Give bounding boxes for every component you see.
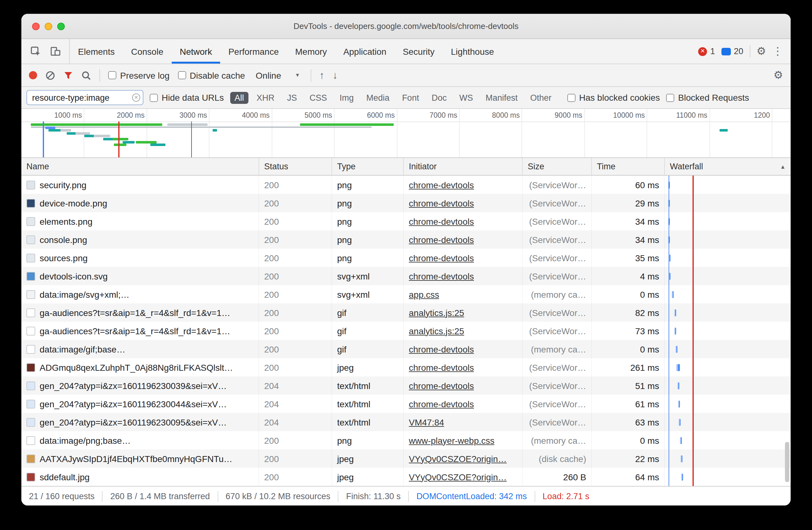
minimize-button[interactable] — [45, 23, 52, 30]
type-filter-manifest[interactable]: Manifest — [481, 92, 522, 103]
request-size: (ServiceWor… — [523, 303, 592, 322]
network-request-row[interactable]: data:image/png;base… 200 png www-player-… — [21, 431, 791, 449]
record-button[interactable] — [29, 71, 37, 79]
settings-gear-icon[interactable]: ⚙ — [757, 46, 766, 57]
initiator-link[interactable]: chrome-devtools — [409, 253, 474, 263]
network-request-row[interactable]: ga-audiences?t=sr&aip=1&_r=4&slf_rd=1&v=… — [21, 303, 791, 322]
checkbox[interactable] — [666, 94, 674, 102]
has-blocked-cookies-checkbox[interactable]: Has blocked cookies — [567, 93, 660, 102]
initiator-link[interactable]: www-player-webp.css — [409, 435, 494, 445]
initiator-link[interactable]: chrome-devtools — [409, 362, 474, 372]
clear-filter-icon[interactable]: ✕ — [132, 94, 140, 102]
waterfall-cell — [665, 176, 791, 194]
more-options-kebab-icon[interactable]: ⋮ — [772, 46, 783, 57]
inspect-element-icon[interactable] — [26, 42, 44, 60]
initiator-link[interactable]: chrome-devtools — [409, 271, 474, 281]
zoom-button[interactable] — [57, 23, 65, 30]
clear-icon[interactable] — [45, 70, 55, 80]
tab-application[interactable]: Application — [335, 39, 395, 64]
network-request-row[interactable]: ga-audiences?t=sr&aip=1&_r=4&slf_rd=1&v=… — [21, 322, 791, 340]
filter-funnel-icon[interactable] — [63, 71, 73, 80]
type-filter-doc[interactable]: Doc — [427, 92, 451, 103]
file-thumbnail-icon — [26, 454, 35, 463]
type-filter-other[interactable]: Other — [526, 92, 556, 103]
network-request-row[interactable]: gen_204?atyp=i&zx=1601196230044&sei=xV… … — [21, 395, 791, 413]
throttling-select[interactable]: Online ▼ — [253, 69, 303, 82]
initiator-link[interactable]: VYyQv0CSZOE?origin… — [409, 454, 507, 464]
type-filter-img[interactable]: Img — [335, 92, 358, 103]
network-request-row[interactable]: data:image/svg+xml;… 200 svg+xml app.css… — [21, 285, 791, 303]
network-overview-timeline[interactable]: 1000 ms2000 ms3000 ms4000 ms5000 ms6000 … — [21, 109, 791, 158]
initiator-link[interactable]: analytics.js:25 — [409, 307, 464, 318]
checkbox[interactable] — [150, 94, 158, 102]
tab-security[interactable]: Security — [395, 39, 443, 64]
column-header-size[interactable]: Size — [523, 158, 592, 175]
type-filter-font[interactable]: Font — [397, 92, 423, 103]
network-request-row[interactable]: console.png 200 png chrome-devtools (Ser… — [21, 231, 791, 249]
type-filter-media[interactable]: Media — [362, 92, 394, 103]
request-name: devtools-icon.svg — [40, 271, 107, 281]
export-har-icon[interactable]: ↓ — [333, 70, 338, 80]
close-button[interactable] — [32, 23, 40, 30]
checkbox[interactable] — [178, 71, 186, 79]
initiator-link[interactable]: chrome-devtools — [409, 344, 474, 354]
network-request-row[interactable]: security.png 200 png chrome-devtools (Se… — [21, 176, 791, 194]
tab-console[interactable]: Console — [123, 39, 172, 64]
initiator-link[interactable]: chrome-devtools — [409, 198, 474, 208]
initiator-link[interactable]: VYyQv0CSZOE?origin… — [409, 472, 507, 482]
preserve-log-checkbox[interactable]: Preserve log — [108, 70, 170, 80]
vertical-scrollbar[interactable] — [785, 442, 789, 482]
search-icon[interactable] — [81, 70, 91, 80]
network-request-row[interactable]: AATXAJywSIpD1jf4EbqHXTfbe0mnyHqGFNTu… 20… — [21, 449, 791, 468]
network-request-row[interactable]: ADGmqu8qexLZuhphT_0Aj88Ng8riLFKASQlslt… … — [21, 358, 791, 376]
tab-memory[interactable]: Memory — [287, 39, 335, 64]
checkbox[interactable] — [567, 94, 576, 102]
column-header-waterfall[interactable]: Waterfall ▲ — [665, 158, 791, 175]
tab-elements[interactable]: Elements — [70, 39, 123, 64]
network-request-row[interactable]: gen_204?atyp=i&zx=1601196230039&sei=xV… … — [21, 376, 791, 395]
initiator-link[interactable]: analytics.js:25 — [409, 326, 464, 336]
initiator-link[interactable]: app.css — [409, 289, 439, 299]
network-settings-gear-icon[interactable]: ⚙ — [774, 70, 783, 81]
checkbox[interactable] — [108, 71, 116, 79]
column-header-time[interactable]: Time — [592, 158, 665, 175]
type-filter-all[interactable]: All — [230, 92, 248, 103]
initiator-link[interactable]: chrome-devtools — [409, 399, 474, 409]
overview-request-bar — [31, 123, 162, 126]
initiator-link[interactable]: chrome-devtools — [409, 235, 474, 245]
import-har-icon[interactable]: ↑ — [320, 70, 324, 80]
hide-data-urls-checkbox[interactable]: Hide data URLs — [150, 93, 224, 102]
type-filter-css[interactable]: CSS — [305, 92, 332, 103]
tab-performance[interactable]: Performance — [220, 39, 287, 64]
network-request-row[interactable]: device-mode.png 200 png chrome-devtools … — [21, 194, 791, 212]
request-status: 200 — [259, 176, 332, 194]
network-request-row[interactable]: elements.png 200 png chrome-devtools (Se… — [21, 212, 791, 231]
network-request-row[interactable]: sddefault.jpg 200 jpeg VYyQv0CSZOE?origi… — [21, 468, 791, 486]
error-badge[interactable]: ✕ 1 — [698, 46, 715, 56]
initiator-link[interactable]: chrome-devtools — [409, 216, 474, 226]
filter-input[interactable] — [26, 90, 143, 105]
column-header-name[interactable]: Name — [21, 158, 259, 175]
issues-badge[interactable]: 20 — [721, 46, 743, 56]
column-header-type[interactable]: Type — [332, 158, 404, 175]
tab-lighthouse[interactable]: Lighthouse — [443, 39, 502, 64]
request-name: data:image/svg+xml;… — [40, 289, 130, 299]
tab-network[interactable]: Network — [171, 39, 220, 64]
request-time: 73 ms — [592, 322, 665, 340]
initiator-link[interactable]: chrome-devtools — [409, 180, 474, 190]
column-header-initiator[interactable]: Initiator — [404, 158, 523, 175]
blocked-requests-checkbox[interactable]: Blocked Requests — [666, 93, 749, 102]
disable-cache-checkbox[interactable]: Disable cache — [178, 70, 245, 80]
type-filter-js[interactable]: JS — [283, 92, 302, 103]
network-request-row[interactable]: data:image/gif;base… 200 gif chrome-devt… — [21, 340, 791, 358]
type-filter-ws[interactable]: WS — [455, 92, 477, 103]
network-request-row[interactable]: devtools-icon.svg 200 svg+xml chrome-dev… — [21, 267, 791, 285]
network-request-row[interactable]: gen_204?atyp=i&zx=1601196230095&sei=xV… … — [21, 413, 791, 431]
message-bubble-icon — [721, 47, 730, 55]
device-toolbar-icon[interactable] — [46, 42, 64, 60]
initiator-link[interactable]: chrome-devtools — [409, 380, 474, 391]
type-filter-xhr[interactable]: XHR — [252, 92, 279, 103]
initiator-link[interactable]: VM47:84 — [409, 417, 444, 427]
network-request-row[interactable]: sources.png 200 png chrome-devtools (Ser… — [21, 249, 791, 267]
column-header-status[interactable]: Status — [259, 158, 332, 175]
